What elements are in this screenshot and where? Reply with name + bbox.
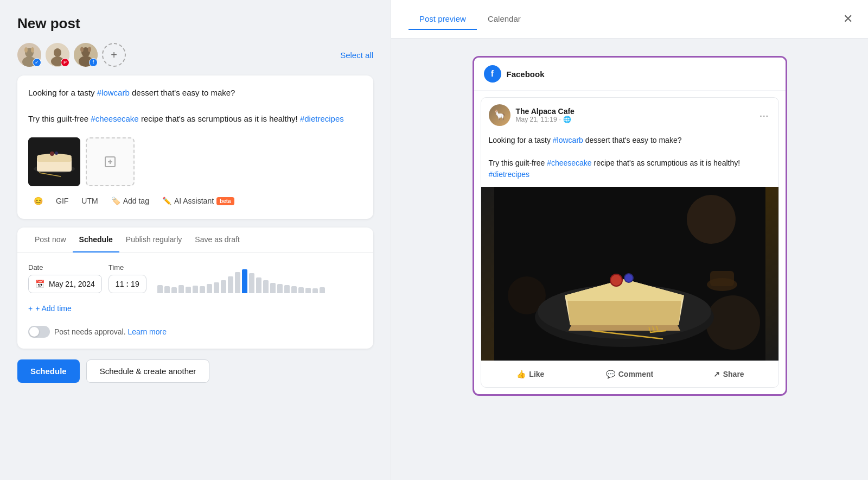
tab-post-preview[interactable]: Post preview <box>409 9 477 30</box>
svg-point-19 <box>55 151 58 155</box>
post-author-name: The Alpaca Cafe <box>516 107 752 116</box>
time-label: Time <box>108 263 146 271</box>
bar-7 <box>207 284 212 293</box>
bar-14 <box>256 277 261 293</box>
tab-save-draft[interactable]: Save as draft <box>188 228 246 252</box>
ai-icon: ✏️ <box>162 197 171 205</box>
time-input[interactable]: 11 : 19 <box>108 275 146 293</box>
schedule-card: Post now Schedule Publish regularly Save… <box>17 228 373 349</box>
like-label: Like <box>529 370 544 378</box>
bar-11 <box>235 272 240 293</box>
avatar-1-badge: ✓ <box>33 58 41 67</box>
bar-10 <box>228 276 233 293</box>
add-account-button[interactable]: + <box>102 43 126 67</box>
avatar-3[interactable]: f <box>74 43 98 67</box>
bar-21 <box>305 288 311 293</box>
bar-17 <box>277 284 283 293</box>
svg-point-17 <box>37 154 72 159</box>
account-row: ✓ P <box>17 43 373 67</box>
tab-post-now[interactable]: Post now <box>28 228 73 252</box>
right-panel: Post preview Calendar ✕ f Facebook 🦙 The… <box>391 0 868 480</box>
post-text-line2b: recipe that's as scrumptious as it is he… <box>139 114 300 123</box>
add-time-label: + Add time <box>35 304 72 313</box>
utm-label: UTM <box>81 197 98 205</box>
post-time-value: May 21, 11:19 <box>516 116 557 123</box>
media-row <box>28 137 362 186</box>
add-tag-button[interactable]: 🏷️ Add tag <box>106 194 155 208</box>
bar-15 <box>263 280 269 293</box>
schedule-create-another-button[interactable]: Schedule & create another <box>86 359 210 383</box>
share-label: Share <box>723 370 744 378</box>
post-text-area[interactable]: Looking for a tasty #lowcarb dessert tha… <box>28 86 362 130</box>
right-header: Post preview Calendar ✕ <box>391 0 868 39</box>
preview-tabs: Post preview Calendar <box>409 9 532 29</box>
tab-schedule[interactable]: Schedule <box>73 228 119 252</box>
bar-20 <box>298 287 304 293</box>
hashtag-cheesecake: #cheesecake <box>91 114 138 123</box>
bar-5 <box>193 286 198 293</box>
svg-point-12 <box>88 47 91 52</box>
utm-button[interactable]: UTM <box>76 194 103 208</box>
bar-3 <box>178 285 184 293</box>
composer-card: Looking for a tasty #lowcarb dessert tha… <box>17 75 373 219</box>
bar-16 <box>270 283 276 293</box>
avatar-1[interactable]: ✓ <box>17 43 41 67</box>
select-all-link[interactable]: Select all <box>340 50 373 60</box>
calendar-icon: 📅 <box>35 280 44 288</box>
fb-like-button[interactable]: 👍 Like <box>481 365 580 383</box>
bar-6 <box>200 286 205 293</box>
bar-2 <box>171 287 177 293</box>
like-icon: 👍 <box>516 370 526 378</box>
bar-1 <box>164 286 170 293</box>
add-time-button[interactable]: + + Add time <box>28 302 362 315</box>
svg-point-11 <box>80 47 84 52</box>
schedule-button[interactable]: Schedule <box>17 359 80 383</box>
post-text-line1: Looking for a tasty <box>28 88 97 97</box>
facebook-post-card: 🦙 The Alpaca Cafe May 21, 11:19 · 🌐 ··· … <box>481 97 779 388</box>
media-thumbnail-1[interactable] <box>28 137 80 186</box>
schedule-tabs: Post now Schedule Publish regularly Save… <box>17 228 373 252</box>
toggle-knob <box>29 327 39 337</box>
svg-point-27 <box>706 295 760 350</box>
bar-0 <box>157 285 163 293</box>
svg-point-33 <box>625 274 633 282</box>
tag-icon: 🏷️ <box>111 197 120 205</box>
gif-label: GIF <box>56 197 68 205</box>
gif-button[interactable]: GIF <box>50 194 74 208</box>
share-icon: ↗ <box>713 370 720 378</box>
post-time: May 21, 11:19 · 🌐 <box>516 116 752 123</box>
fb-comment-button[interactable]: 💬 Comment <box>580 365 679 383</box>
comment-icon: 💬 <box>606 370 615 378</box>
approval-toggle[interactable] <box>28 326 50 338</box>
bar-19 <box>291 286 297 293</box>
facebook-logo: f <box>484 65 501 83</box>
svg-rect-40 <box>710 271 734 286</box>
bar-9 <box>221 280 226 293</box>
svg-point-3 <box>24 47 28 53</box>
date-value: May 21, 2024 <box>49 280 95 288</box>
date-input[interactable]: 📅 May 21, 2024 <box>28 275 102 293</box>
dot-separator: · <box>559 116 561 123</box>
fb-more-button[interactable]: ··· <box>757 107 771 124</box>
ai-assistant-button[interactable]: ✏️ AI Assistant beta <box>157 194 240 208</box>
bottom-actions: Schedule Schedule & create another <box>17 359 373 383</box>
emoji-button[interactable]: 😊 <box>28 194 48 208</box>
close-button[interactable]: ✕ <box>843 13 853 25</box>
fb-post-meta: The Alpaca Cafe May 21, 11:19 · 🌐 <box>516 107 752 123</box>
fb-text-line1: Looking for a tasty <box>489 136 553 144</box>
fb-text-line2b: recipe that's as scrumptious as it is he… <box>592 159 740 167</box>
facebook-platform-name: Facebook <box>507 70 545 79</box>
tab-publish-regularly[interactable]: Publish regularly <box>119 228 189 252</box>
date-time-row: Date 📅 May 21, 2024 Time 11 : 19 <box>28 263 362 293</box>
fb-post-actions: 👍 Like 💬 Comment ↗ Share <box>481 361 778 387</box>
tab-calendar[interactable]: Calendar <box>477 9 532 30</box>
learn-more-link[interactable]: Learn more <box>127 327 167 336</box>
bar-13 <box>249 273 254 293</box>
avatar-2[interactable]: P <box>46 43 69 67</box>
media-add-button[interactable] <box>86 137 135 186</box>
facebook-header: f Facebook <box>474 58 786 91</box>
fb-post-image <box>481 187 778 361</box>
comment-label: Comment <box>618 370 654 378</box>
time-colon: : <box>126 280 129 288</box>
fb-share-button[interactable]: ↗ Share <box>679 365 778 383</box>
